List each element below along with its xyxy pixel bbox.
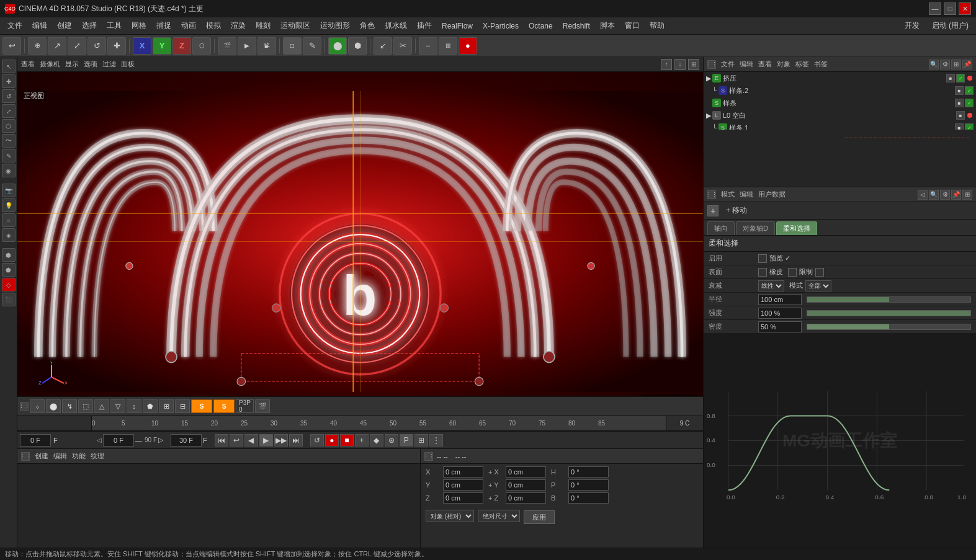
tool-spline[interactable]: 〜: [2, 134, 16, 148]
vp-view[interactable]: 查看: [21, 60, 35, 69]
obj-item-null[interactable]: ▶ L L0 空白 ■: [704, 109, 976, 122]
s-key-btn[interactable]: S: [191, 399, 212, 413]
timeline-btn4[interactable]: ⬚: [78, 399, 93, 413]
obj-pin-icon[interactable]: 📌: [962, 60, 972, 69]
timeline-btn7[interactable]: ↕: [127, 399, 141, 413]
menu-sculpt[interactable]: 雕刻: [251, 19, 275, 32]
menu-snap[interactable]: 捕捉: [151, 19, 176, 32]
tool-rotate[interactable]: ↺: [2, 89, 16, 103]
obj-item-spline[interactable]: S 样条 ■ ✓: [704, 97, 976, 109]
pb-multi[interactable]: ⊞: [414, 434, 428, 447]
mat-texture[interactable]: 纹理: [91, 451, 104, 461]
smart-snap[interactable]: ⊞: [439, 37, 457, 55]
attr-tab-soft[interactable]: 柔和选择: [776, 221, 817, 235]
attr-pin-icon[interactable]: 📌: [951, 190, 961, 200]
attr-edit[interactable]: 编辑: [740, 190, 753, 199]
obj-vis-btn-2[interactable]: ✓: [956, 74, 965, 82]
pb-key[interactable]: ◆: [370, 434, 383, 447]
timeline-ruler[interactable]: 0 5 10 15 20 25 30 35 40 45 50 55 60 65 …: [17, 416, 703, 431]
attr-falloff-select[interactable]: 线性: [758, 280, 784, 291]
obj-vis-btn-spline2-1[interactable]: ■: [955, 86, 964, 95]
attr-add-button[interactable]: +: [707, 205, 719, 216]
coord-p-input[interactable]: [568, 479, 609, 491]
timeline-btn3[interactable]: ↯: [62, 399, 77, 413]
pb-stop[interactable]: ■: [340, 434, 354, 447]
obj-item-squeeze[interactable]: ▶ E 挤压 ■ ✓: [704, 72, 976, 84]
menu-render[interactable]: 渲染: [226, 19, 251, 32]
attr-strength-slider[interactable]: [807, 310, 971, 316]
tool-move[interactable]: ✚: [2, 74, 16, 88]
menu-file[interactable]: 文件: [2, 19, 27, 32]
obj-file[interactable]: 文件: [721, 60, 735, 69]
attr-enable-checkbox[interactable]: [758, 254, 767, 263]
tool-camera[interactable]: 📷: [2, 184, 16, 197]
mat-func[interactable]: 功能: [72, 451, 86, 461]
obj-bookmarks[interactable]: 书签: [814, 60, 828, 69]
undo-button[interactable]: ↩: [2, 37, 21, 55]
obj-vis-btn-spline1-2[interactable]: ✓: [965, 123, 974, 130]
viewport-shading[interactable]: □: [283, 37, 302, 55]
obj-manager-btn[interactable]: ⬤: [328, 37, 347, 55]
select-tool[interactable]: ↗: [48, 37, 66, 55]
attr-tab-axis[interactable]: 轴向: [707, 221, 735, 235]
size-system-select[interactable]: 绝对尺寸 相对尺寸: [478, 510, 520, 522]
ruler-track[interactable]: 0 5 10 15 20 25 30 35 40 45 50 55 60 65 …: [92, 416, 666, 430]
select-all[interactable]: ↙: [374, 37, 392, 55]
obj-item-spline1[interactable]: └ S 样条.1 ■ ✓: [704, 122, 976, 130]
coord-h-input[interactable]: [568, 466, 609, 478]
autokey-btn[interactable]: ⬤: [46, 399, 61, 413]
coord-b-input[interactable]: [568, 492, 609, 504]
obj-search-icon[interactable]: 🔍: [929, 60, 939, 69]
menu-window[interactable]: 窗口: [620, 19, 645, 32]
vp-display[interactable]: 显示: [65, 60, 79, 69]
axis-x[interactable]: X: [133, 37, 151, 55]
frame-current-input[interactable]: [20, 434, 51, 447]
attr-search-icon[interactable]: 🔍: [929, 190, 939, 200]
menu-hairline[interactable]: 抓水线: [380, 19, 412, 32]
menu-create[interactable]: 创建: [52, 19, 77, 32]
obj-edit[interactable]: 编辑: [740, 60, 753, 69]
menu-redshift[interactable]: Redshift: [558, 20, 595, 32]
obj-item-spline2[interactable]: └ S 样条.2 ■ ✓: [704, 84, 976, 97]
move-mode[interactable]: ↔: [419, 37, 437, 55]
obj-vis-btn-spline2-2[interactable]: ✓: [965, 86, 974, 95]
obj-settings-icon[interactable]: ⚙: [940, 60, 950, 69]
timeline-btn10[interactable]: ⊟: [175, 399, 190, 413]
mat-edit[interactable]: 编辑: [53, 451, 67, 461]
menu-select[interactable]: 选择: [77, 19, 102, 32]
transform-tool[interactable]: ✚: [107, 37, 126, 55]
attr-tab-objaxis[interactable]: 对象轴D: [736, 221, 775, 235]
pb-record2[interactable]: P: [400, 434, 413, 447]
attr-limit-checkbox[interactable]: [815, 268, 824, 277]
obj-object[interactable]: 对象: [777, 60, 790, 69]
vp-panel[interactable]: 面板: [121, 60, 135, 69]
mat-create[interactable]: 创建: [35, 451, 48, 461]
viewport-container[interactable]: 查看 摄像机 显示 选项 过滤 面板 ↑ ↓ ⊞ 正视图: [17, 57, 703, 396]
frame-start-input[interactable]: [103, 434, 134, 447]
obj-view[interactable]: 查看: [758, 60, 772, 69]
tool-scale[interactable]: ⤢: [2, 104, 16, 118]
menu-launch[interactable]: 启动 (用户): [927, 19, 974, 32]
close-button[interactable]: ✕: [959, 2, 971, 15]
render-active[interactable]: ●: [459, 37, 477, 55]
vp-filter[interactable]: 过滤: [102, 60, 116, 69]
pb-record[interactable]: ●: [325, 434, 339, 447]
play-back[interactable]: ◀: [244, 434, 258, 447]
attr-expand-icon[interactable]: ⊞: [962, 190, 972, 200]
maximize-button[interactable]: □: [944, 2, 956, 15]
rotate-tool[interactable]: ↺: [87, 37, 106, 55]
menu-xparticles[interactable]: X-Particles: [478, 20, 524, 32]
obj-vis-btn-spline1-1[interactable]: ■: [955, 123, 964, 130]
obj-tags[interactable]: 标签: [795, 60, 809, 69]
menu-script[interactable]: 脚本: [595, 19, 620, 32]
attr-mode-select[interactable]: 全部: [805, 280, 831, 291]
attr-mode[interactable]: 模式: [721, 190, 735, 199]
render-region[interactable]: 🎬: [218, 37, 236, 55]
tool-deform[interactable]: ◈: [2, 228, 16, 242]
play-last[interactable]: ⏭: [289, 434, 303, 447]
pb-plus[interactable]: +: [355, 434, 369, 447]
attr-density-input[interactable]: [758, 321, 802, 332]
menu-mograph[interactable]: 运动图形: [315, 19, 355, 32]
menu-dev[interactable]: 开发: [900, 19, 925, 32]
axis-y[interactable]: Y: [153, 37, 171, 55]
